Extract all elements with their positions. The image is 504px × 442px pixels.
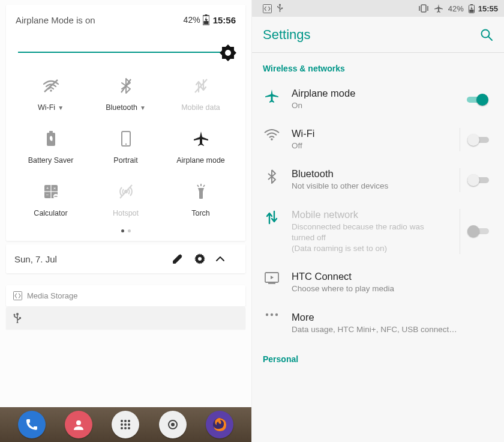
bluetooth-off-icon (120, 78, 132, 94)
row-sub: Off (292, 141, 449, 151)
airplane-icon (434, 4, 443, 13)
toggle-wifi[interactable] (467, 134, 489, 146)
row-title: Bluetooth (292, 168, 449, 180)
toggle-mobile-network[interactable] (467, 225, 489, 237)
page-dot[interactable] (121, 229, 124, 232)
brightness-slider[interactable] (18, 42, 233, 64)
tile-label: Mobile data (181, 103, 220, 112)
settings-button[interactable] (194, 253, 215, 265)
statusbar-time: 15:55 (478, 4, 498, 13)
quick-settings-card: Airplane Mode is on 42% 15:56 W (6, 5, 245, 241)
svg-text:+: + (46, 186, 49, 191)
row-wifi[interactable]: Wi-Fi Off (252, 120, 504, 160)
tile-mobile-data[interactable]: Mobile data (166, 78, 236, 112)
svg-rect-49 (421, 5, 426, 12)
airplane-icon (193, 131, 209, 147)
brightness-track (18, 52, 233, 53)
battery-charging-icon (203, 14, 209, 25)
app-contacts[interactable] (65, 411, 92, 438)
notification-media-storage[interactable]: Media Storage (6, 285, 245, 306)
battery-text: 42% (448, 4, 464, 13)
row-title: More (292, 312, 496, 323)
svg-point-34 (124, 420, 127, 422)
tile-label: Airplane mode (176, 156, 225, 165)
cast-play-icon (263, 271, 281, 284)
app-camera[interactable] (159, 411, 187, 438)
usb-icon (13, 312, 238, 324)
svg-rect-47 (281, 8, 283, 9)
svg-point-33 (121, 420, 123, 422)
qs-status-title: Airplane Mode is on (16, 15, 184, 25)
hotspot-off-icon (118, 184, 134, 199)
tile-calculator[interactable]: +×− Calculator (16, 184, 86, 217)
app-phone[interactable] (18, 411, 46, 438)
qs-tiles-grid: Wi-Fi▼ Bluetooth▼ Mobile data (16, 78, 236, 217)
tile-wifi[interactable]: Wi-Fi▼ (16, 78, 86, 112)
tile-battery-saver[interactable]: Battery Saver (16, 131, 86, 165)
tile-hotspot[interactable]: Hotspot (91, 184, 161, 217)
appbar-title: Settings (263, 27, 480, 43)
svg-point-4 (225, 50, 231, 56)
tile-label: Wi-Fi (38, 103, 55, 112)
row-bluetooth[interactable]: Bluetooth Not visible to other devices (252, 160, 504, 200)
svg-marker-59 (271, 276, 274, 279)
tile-label: Battery Saver (28, 156, 74, 165)
statusbar: 42% 15:55 (252, 0, 504, 17)
svg-line-22 (120, 185, 132, 198)
svg-point-39 (121, 427, 123, 429)
usb-icon (277, 4, 283, 13)
torch-icon (195, 184, 207, 199)
row-mobile-network[interactable]: Mobile network Disconnected because the … (252, 201, 504, 263)
app-firefox[interactable] (206, 411, 233, 438)
svg-point-63 (275, 313, 278, 315)
apps-grid-icon (119, 418, 132, 431)
tile-label: Torch (191, 209, 210, 217)
svg-point-12 (125, 144, 126, 145)
usb-banner[interactable] (6, 307, 245, 329)
person-icon (72, 418, 85, 431)
svg-point-32 (76, 420, 81, 425)
row-sub: Disconnected because the radio was turne… (292, 222, 449, 255)
portrait-icon (121, 131, 131, 147)
tile-label: Calculator (34, 209, 67, 217)
svg-point-43 (171, 423, 175, 426)
row-more[interactable]: More Data usage, HTC Mini+, NFC, USB con… (252, 303, 504, 344)
svg-point-41 (128, 427, 130, 429)
appbar: Settings (252, 17, 504, 53)
edit-button[interactable] (172, 253, 194, 264)
section-wireless-networks: Wireless & networks (252, 53, 504, 79)
page-dot[interactable] (128, 229, 131, 232)
app-drawer[interactable] (112, 411, 139, 438)
svg-line-56 (488, 37, 492, 40)
row-sub: Not visible to other devices (292, 181, 449, 192)
vibrate-icon (418, 4, 429, 13)
tile-torch[interactable]: Torch (166, 184, 236, 217)
qs-battery-pct: 42% (184, 15, 200, 25)
caret-down-icon: ▼ (140, 104, 146, 111)
row-sub: Choose where to play media (292, 283, 496, 294)
code-brackets-icon (263, 4, 272, 13)
qs-date: Sun, 7. Jul (14, 254, 172, 264)
row-title: Mobile network (292, 209, 449, 220)
row-htc-connect[interactable]: HTC Connect Choose where to play media (252, 262, 504, 303)
svg-line-8 (195, 79, 207, 92)
more-dots-icon (263, 312, 281, 316)
row-title: Airplane mode (292, 88, 449, 99)
svg-line-24 (197, 185, 199, 187)
brightness-thumb-icon[interactable] (219, 44, 237, 62)
search-button[interactable] (480, 28, 493, 41)
tile-label: Bluetooth (106, 103, 137, 112)
svg-rect-1 (205, 14, 207, 16)
chevron-up-icon (215, 256, 225, 262)
row-sub: On (292, 100, 449, 111)
toggle-bluetooth[interactable] (467, 174, 489, 186)
tile-airplane-mode[interactable]: Airplane mode (166, 131, 236, 165)
row-airplane-mode[interactable]: Airplane mode On (252, 79, 504, 120)
toggle-airplane[interactable] (467, 94, 488, 106)
tile-portrait[interactable]: Portrait (91, 131, 161, 165)
svg-point-37 (124, 423, 127, 426)
qs-time: 15:56 (213, 15, 236, 25)
tile-bluetooth[interactable]: Bluetooth▼ (91, 78, 161, 112)
caret-down-icon: ▼ (58, 104, 64, 111)
collapse-button[interactable] (215, 256, 237, 262)
